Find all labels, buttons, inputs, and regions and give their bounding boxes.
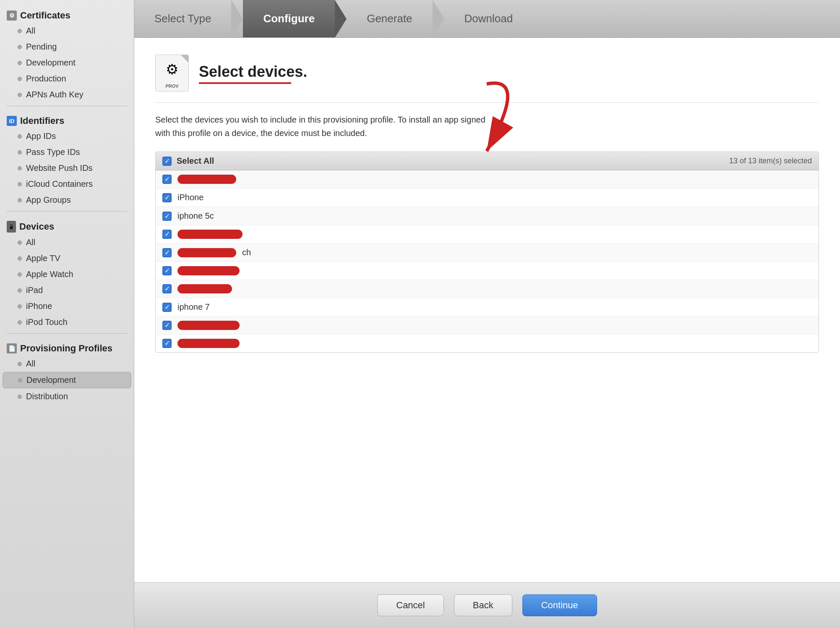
- title-underline: [199, 82, 291, 84]
- device-checkbox[interactable]: ✓: [162, 266, 172, 275]
- step-download[interactable]: Download: [444, 0, 533, 37]
- sidebar-item-cert-apns[interactable]: APNs Auth Key: [3, 87, 131, 102]
- device-checkbox[interactable]: ✓: [162, 193, 172, 202]
- identifiers-icon: ID: [7, 116, 17, 126]
- device-checkbox[interactable]: ✓: [162, 212, 172, 221]
- sidebar-item-prov-development[interactable]: Development: [3, 372, 131, 388]
- checkmark-icon: ✓: [164, 340, 170, 347]
- content-wrapper: ⚙ PROV Select devices. Select the device…: [134, 38, 840, 628]
- provisioning-section-label: Provisioning Profiles: [20, 343, 112, 354]
- devices-section-label: Devices: [19, 221, 54, 232]
- sidebar-item-label: App IDs: [26, 131, 56, 141]
- cancel-button[interactable]: Cancel: [377, 594, 443, 616]
- sidebar-item-label: Apple TV: [26, 254, 60, 263]
- continue-button[interactable]: Continue: [522, 594, 597, 616]
- sidebar-item-cert-development[interactable]: Development: [3, 55, 131, 71]
- select-all-checkbox[interactable]: ✓: [162, 157, 172, 166]
- redacted-device-name: [177, 339, 240, 348]
- device-checkbox[interactable]: ✓: [162, 303, 172, 312]
- sidebar: ⚙ Certificates All Pending Development P…: [0, 0, 134, 628]
- sidebar-section-devices: 📱 Devices: [0, 215, 134, 234]
- dot-icon: [18, 93, 22, 97]
- sidebar-item-label: Website Push IDs: [26, 163, 93, 173]
- device-checkbox[interactable]: ✓: [162, 230, 172, 239]
- device-row[interactable]: ✓: [156, 335, 819, 352]
- device-row[interactable]: ✓: [156, 170, 819, 188]
- device-checkbox[interactable]: ✓: [162, 175, 172, 184]
- dot-icon: [18, 61, 22, 65]
- sidebar-item-label: APNs Auth Key: [26, 90, 83, 99]
- sidebar-item-appids[interactable]: App IDs: [3, 128, 131, 144]
- device-checkbox[interactable]: ✓: [162, 339, 172, 348]
- dot-icon: [18, 378, 22, 382]
- sidebar-section-identifiers: ID Identifiers: [0, 110, 134, 128]
- device-row[interactable]: ✓: [156, 280, 819, 298]
- sidebar-item-label: iPad: [26, 285, 43, 295]
- sidebar-item-dev-all[interactable]: All: [3, 235, 131, 250]
- sidebar-item-label: Development: [26, 375, 76, 385]
- device-name: iphone 5c: [177, 211, 214, 221]
- prov-label: PROV: [165, 84, 178, 89]
- sidebar-item-dev-ipad[interactable]: iPad: [3, 283, 131, 298]
- sidebar-item-dev-applewatch[interactable]: Apple Watch: [3, 267, 131, 282]
- divider: [7, 106, 127, 106]
- dot-icon: [18, 272, 22, 277]
- dot-icon: [18, 29, 22, 33]
- dot-icon: [18, 241, 22, 245]
- gear-icon: ⚙: [166, 61, 178, 78]
- sidebar-item-label: iPod Touch: [26, 317, 68, 327]
- file-fold: [181, 55, 188, 63]
- main-panel: Select Type Configure Generate Download …: [134, 0, 840, 628]
- dot-icon: [18, 362, 22, 366]
- sidebar-item-websitepush[interactable]: Website Push IDs: [3, 160, 131, 176]
- sidebar-item-label: iCloud Containers: [26, 179, 93, 189]
- checkmark-icon: ✓: [164, 285, 170, 292]
- device-row[interactable]: ✓: [156, 225, 819, 243]
- device-row[interactable]: ✓ iphone 5c: [156, 207, 819, 225]
- identifiers-section-label: Identifiers: [20, 115, 64, 126]
- step-arrow-2: [335, 0, 347, 38]
- device-row[interactable]: ✓: [156, 317, 819, 335]
- step-generate[interactable]: Generate: [347, 0, 432, 37]
- sidebar-item-icloud[interactable]: iCloud Containers: [3, 176, 131, 192]
- redacted-device-name: [177, 266, 240, 275]
- device-row[interactable]: ✓ ch: [156, 243, 819, 262]
- sidebar-section-provisioning: 📄 Provisioning Profiles: [0, 337, 134, 356]
- dot-icon: [18, 182, 22, 186]
- device-name: iphone 7: [177, 302, 210, 312]
- device-table-header[interactable]: ✓ Select All 13 of 13 item(s) selected: [156, 152, 819, 170]
- device-row[interactable]: ✓ iphone 7: [156, 298, 819, 317]
- device-checkbox[interactable]: ✓: [162, 321, 172, 330]
- step-arrow-1: [231, 0, 243, 38]
- wizard-steps: Select Type Configure Generate Download: [134, 0, 840, 38]
- sidebar-item-dev-ipodtouch[interactable]: iPod Touch: [3, 314, 131, 330]
- sidebar-item-cert-all[interactable]: All: [3, 23, 131, 39]
- device-icon: 📱: [7, 221, 16, 233]
- sidebar-item-dev-appletv[interactable]: Apple TV: [3, 251, 131, 266]
- redacted-device-name: [177, 230, 243, 239]
- device-checkbox[interactable]: ✓: [162, 248, 172, 257]
- sidebar-item-label: Apple Watch: [26, 270, 73, 279]
- sidebar-item-prov-distribution[interactable]: Distribution: [3, 389, 131, 404]
- sidebar-item-label: All: [26, 26, 35, 36]
- sidebar-item-cert-pending[interactable]: Pending: [3, 39, 131, 55]
- dot-icon: [18, 45, 22, 49]
- step-select-type[interactable]: Select Type: [134, 0, 231, 37]
- device-row[interactable]: ✓: [156, 262, 819, 280]
- device-table: ✓ Select All 13 of 13 item(s) selected ✓…: [155, 152, 819, 353]
- step-configure[interactable]: Configure: [243, 0, 335, 37]
- back-button[interactable]: Back: [454, 594, 512, 616]
- certificates-icon: ⚙: [7, 10, 17, 21]
- sidebar-item-cert-production[interactable]: Production: [3, 71, 131, 86]
- sidebar-item-passtypeids[interactable]: Pass Type IDs: [3, 144, 131, 160]
- device-checkbox[interactable]: ✓: [162, 284, 172, 293]
- device-name: iPhone: [177, 193, 203, 202]
- dot-icon: [18, 77, 22, 81]
- sidebar-item-appgroups[interactable]: App Groups: [3, 192, 131, 208]
- device-row[interactable]: ✓ iPhone: [156, 188, 819, 207]
- redacted-device-name: [177, 175, 236, 184]
- content-area: ⚙ PROV Select devices. Select the device…: [134, 38, 840, 582]
- sidebar-item-prov-all[interactable]: All: [3, 356, 131, 372]
- sidebar-item-dev-iphone[interactable]: iPhone: [3, 298, 131, 314]
- certificates-section-label: Certificates: [20, 10, 70, 21]
